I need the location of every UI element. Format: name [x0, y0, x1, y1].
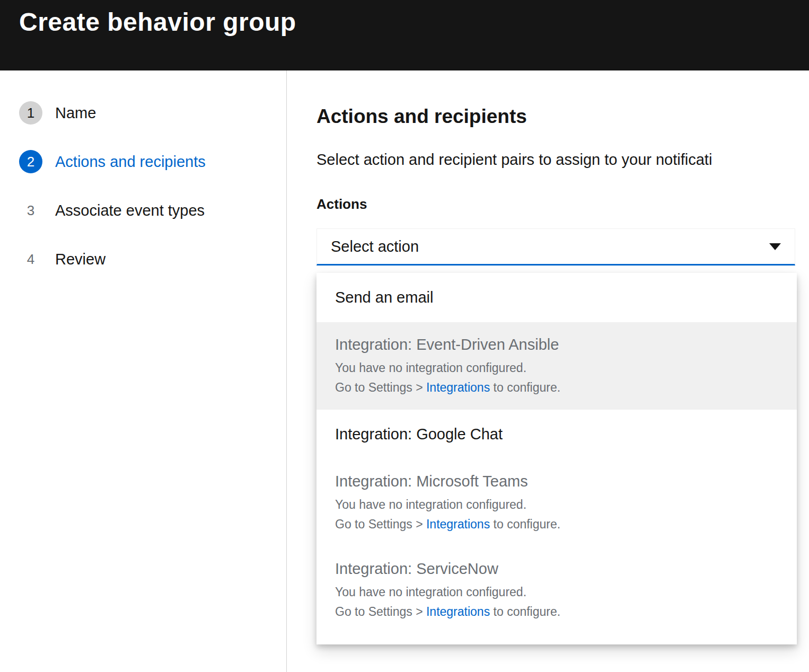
step-label: Review	[55, 251, 105, 268]
wizard-step-associate-event-types[interactable]: 3 Associate event types	[19, 199, 286, 222]
item-configure-text: Go to Settings > Integrations to configu…	[335, 605, 778, 619]
dropdown-item-microsoft-teams: Integration: Microsoft Teams You have no…	[316, 459, 797, 546]
actions-field-label: Actions	[316, 196, 809, 213]
section-title: Actions and recipients	[316, 105, 809, 128]
wizard-step-actions-and-recipients[interactable]: 2 Actions and recipients	[19, 150, 286, 173]
step-number-badge: 4	[19, 247, 42, 271]
item-description: You have no integration configured.	[335, 585, 778, 599]
step-label: Associate event types	[55, 202, 205, 219]
action-select-toggle[interactable]: Select action	[316, 228, 795, 266]
section-description: Select action and recipient pairs to ass…	[316, 151, 809, 169]
dropdown-item-servicenow: Integration: ServiceNow You have no inte…	[316, 546, 797, 634]
step-label: Name	[55, 104, 96, 122]
step-label: Actions and recipients	[55, 153, 206, 171]
step-number-badge: 1	[19, 101, 42, 125]
wizard-step-name[interactable]: 1 Name	[19, 101, 286, 125]
item-label: Integration: ServiceNow	[335, 560, 778, 578]
wizard-nav: 1 Name 2 Actions and recipients 3 Associ…	[0, 70, 287, 672]
dropdown-item-event-driven-ansible: Integration: Event-Driven Ansible You ha…	[316, 322, 797, 410]
page-header: Create behavior group	[0, 0, 809, 70]
page-title: Create behavior group	[19, 7, 809, 37]
item-label: Integration: Event-Driven Ansible	[335, 336, 778, 353]
item-label: Integration: Microsoft Teams	[335, 473, 778, 490]
item-configure-text: Go to Settings > Integrations to configu…	[335, 381, 778, 395]
action-dropdown-menu: Send an email Integration: Event-Driven …	[316, 273, 797, 644]
item-configure-text: Go to Settings > Integrations to configu…	[335, 517, 778, 532]
integrations-link[interactable]: Integrations	[426, 381, 490, 394]
item-description: You have no integration configured.	[335, 361, 778, 375]
integrations-link[interactable]: Integrations	[426, 605, 490, 618]
step-number-badge: 2	[19, 150, 42, 173]
wizard-step-content: Actions and recipients Select action and…	[287, 70, 809, 672]
caret-down-icon	[769, 243, 781, 250]
app-window: Create behavior group 1 Name 2 Actions a…	[0, 0, 809, 672]
item-description: You have no integration configured.	[335, 498, 778, 512]
select-value: Select action	[331, 238, 419, 255]
dropdown-item-send-email[interactable]: Send an email	[316, 273, 797, 322]
dropdown-item-google-chat[interactable]: Integration: Google Chat	[316, 410, 797, 459]
wizard-step-review[interactable]: 4 Review	[19, 247, 286, 271]
integrations-link[interactable]: Integrations	[426, 517, 490, 531]
step-number-badge: 3	[19, 199, 42, 222]
